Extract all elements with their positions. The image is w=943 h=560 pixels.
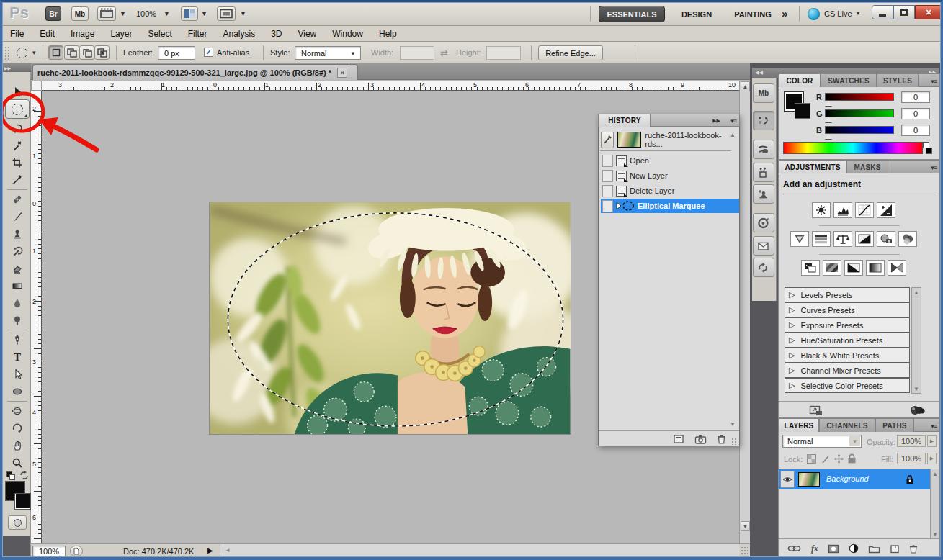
photo-canvas[interactable] <box>209 202 571 435</box>
preset-hue-saturation[interactable]: ▷Hue/Saturation Presets <box>785 333 910 348</box>
disclosure-icon[interactable]: ▷ <box>789 351 795 360</box>
preset-channel-mixer[interactable]: ▷Channel Mixer Presets <box>785 363 910 378</box>
history-state-checkbox[interactable] <box>602 185 613 197</box>
delete-state-button[interactable] <box>717 434 726 444</box>
layer-style-button[interactable]: fx <box>811 543 818 554</box>
tool-preset-icon[interactable] <box>17 48 27 58</box>
swap-colors-icon[interactable] <box>19 471 29 480</box>
adjustments-flyout-menu[interactable]: ▾≡ <box>931 164 937 171</box>
history-panel-header[interactable]: HISTORY ▶▶ ▾≡ <box>598 114 740 127</box>
tab-styles[interactable]: STYLES <box>877 73 919 87</box>
quick-mask-button[interactable] <box>8 515 27 530</box>
zoom-level-select[interactable]: 100% <box>136 9 156 18</box>
link-layers-button[interactable] <box>787 544 802 553</box>
eraser-tool[interactable] <box>6 261 29 276</box>
threshold-adjustment[interactable] <box>844 260 863 276</box>
elliptical-marquee-tool[interactable] <box>5 99 30 119</box>
color-spectrum-ramp[interactable] <box>783 142 923 154</box>
history-brush-source-well[interactable] <box>601 132 614 148</box>
background-color-swatch[interactable] <box>15 494 30 509</box>
canvas-vscrollbar[interactable]: ▲ ▼ <box>739 81 751 543</box>
3d-orbit-tool[interactable] <box>6 420 29 436</box>
menu-view[interactable]: View <box>290 29 324 39</box>
new-snapshot-button[interactable] <box>694 434 707 444</box>
tab-masks[interactable]: MASKS <box>846 160 888 173</box>
dodge-tool[interactable] <box>6 312 29 328</box>
hue-saturation-adjustment[interactable] <box>812 231 831 247</box>
new-document-from-state-button[interactable] <box>673 434 684 444</box>
gradient-tool[interactable] <box>6 278 29 294</box>
eyedropper-tool[interactable] <box>6 172 29 188</box>
layers-flyout-menu[interactable]: ▾≡ <box>931 423 937 430</box>
menu-filter[interactable]: Filter <box>180 29 215 39</box>
toggle-visibility-button[interactable] <box>908 404 926 416</box>
history-scroll-down[interactable]: ▼ <box>728 420 737 428</box>
color-flyout-menu[interactable]: ▾≡ <box>931 78 937 85</box>
clone-stamp-tool[interactable] <box>6 226 29 242</box>
arrange-documents-button[interactable] <box>181 6 198 21</box>
brightness-contrast-adjustment[interactable] <box>812 202 831 218</box>
invert-adjustment[interactable] <box>801 260 820 276</box>
layer-thumbnail[interactable] <box>798 472 820 487</box>
vibrance-adjustment[interactable] <box>790 231 809 247</box>
filmstrip-dropdown-arrow[interactable]: ▼ <box>120 10 126 17</box>
new-group-button[interactable] <box>868 544 880 554</box>
preset-curves[interactable]: ▷Curves Presets <box>785 302 910 317</box>
pen-tool[interactable] <box>6 332 29 348</box>
disclosure-icon[interactable]: ▷ <box>789 381 795 390</box>
layers-scrollbar[interactable]: ▲ ▼ <box>930 469 939 538</box>
history-flyout-menu[interactable]: ▾≡ <box>730 117 736 125</box>
move-tool[interactable] <box>6 84 29 100</box>
channel-b-thumb[interactable] <box>825 134 832 139</box>
selection-mode-new[interactable] <box>48 45 63 60</box>
canvas-resize-grip[interactable] <box>741 546 750 556</box>
history-state-checkbox[interactable] <box>602 200 613 212</box>
status-flyout-arrow[interactable]: ▶ <box>207 546 213 554</box>
layer-visibility-toggle[interactable] <box>780 471 795 488</box>
dock-collapse-left-icon[interactable]: ◀◀ <box>755 70 763 76</box>
menu-layer[interactable]: Layer <box>102 29 140 39</box>
tab-paths[interactable]: PATHS <box>875 418 914 432</box>
feather-input[interactable]: 0 px <box>158 46 195 60</box>
posterize-adjustment[interactable] <box>823 260 841 276</box>
fill-slider-arrow[interactable]: ▶ <box>927 453 937 464</box>
disclosure-icon[interactable]: ▷ <box>789 335 795 345</box>
status-zoom-field[interactable]: 100% <box>32 546 66 556</box>
menu-analysis[interactable]: Analysis <box>215 29 263 39</box>
channel-g-value[interactable]: 0 <box>901 108 930 119</box>
lasso-tool[interactable] <box>6 121 29 137</box>
screen-mode-button[interactable] <box>217 6 236 21</box>
dock-notes-button[interactable] <box>753 236 774 256</box>
toolbox-collapse[interactable]: ▶▶ <box>2 63 31 72</box>
history-brush-tool[interactable] <box>6 243 29 259</box>
workspace-design[interactable]: DESIGN <box>674 6 720 22</box>
arrange-dropdown-arrow[interactable]: ▼ <box>201 10 207 17</box>
brush-tool[interactable] <box>6 209 29 225</box>
disclosure-icon[interactable]: ▷ <box>789 290 795 299</box>
history-scroll-up[interactable]: ▲ <box>728 130 737 139</box>
minimize-button[interactable] <box>872 5 893 19</box>
document-tab[interactable]: ruche-2011-lookbook-rdsmmzqqc-99129-500-… <box>32 64 358 80</box>
lock-position-button[interactable] <box>833 453 844 464</box>
close-button[interactable]: × <box>915 5 942 19</box>
lock-transparency-button[interactable] <box>806 453 817 464</box>
hand-tool[interactable] <box>6 438 29 453</box>
tab-layers[interactable]: LAYERS <box>779 418 819 432</box>
mini-bridge-button[interactable]: Mb <box>71 6 89 21</box>
history-collapse-icon[interactable]: ▶▶ <box>712 118 720 124</box>
menu-help[interactable]: Help <box>371 29 405 39</box>
levels-adjustment[interactable] <box>833 202 852 218</box>
style-select[interactable]: Normal ▼ <box>295 46 361 60</box>
disclosure-icon[interactable]: ▷ <box>789 366 795 375</box>
exposure-adjustment[interactable] <box>877 202 895 218</box>
preset-black-white[interactable]: ▷Black & White Presets <box>785 348 910 363</box>
canvas-hscrollbar[interactable]: ◄ <box>220 544 739 557</box>
workspace-painting[interactable]: PAINTING <box>727 6 779 22</box>
dock-layer-comps-button[interactable] <box>753 258 774 277</box>
options-drag-handle[interactable] <box>4 46 9 60</box>
type-tool[interactable]: T <box>6 349 29 365</box>
shape-tool[interactable] <box>6 384 29 399</box>
layer-row-background[interactable]: Background <box>779 469 930 489</box>
quick-selection-tool[interactable] <box>6 138 29 154</box>
preset-exposure[interactable]: ▷Exposure Presets <box>785 317 910 333</box>
